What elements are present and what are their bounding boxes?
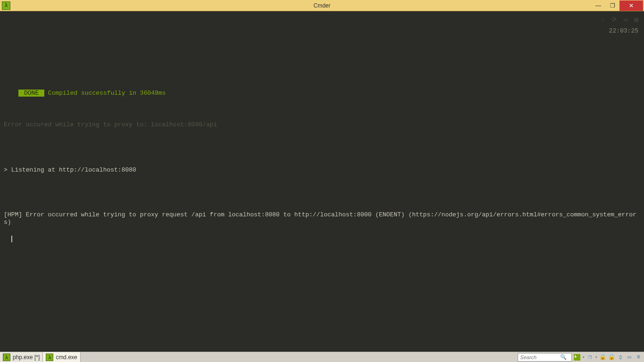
maximize-button[interactable]: ❐ — [605, 0, 619, 11]
add-dropdown[interactable]: ▾ — [582, 355, 585, 359]
titlebar: λ Cmder — ❐ ✕ — [0, 0, 644, 11]
window-title: Cmder — [314, 2, 330, 9]
layers-icon: ▤ — [635, 16, 638, 25]
footer-right: 🔍 + ▾ ❐ ▾ 🔒 🔒 ▯ ▭ ≡ — [518, 352, 644, 362]
terminal-line: [HPM] Error occurred while trying to pro… — [4, 211, 640, 227]
lambda-icon: λ — [3, 354, 10, 361]
terminal-output[interactable]: ☆ ⟳ ▭ ▤ 22:03:25 DONE Compiled successfu… — [0, 11, 644, 352]
lambda-icon: λ — [4, 2, 8, 9]
star-icon: ☆ — [601, 16, 605, 25]
menu-icon[interactable]: ≡ — [635, 354, 642, 361]
layout-icon-1[interactable]: ▯ — [617, 354, 624, 361]
search-input[interactable] — [520, 354, 560, 360]
terminal-line: > Listening at http://localhost:8080 — [4, 166, 640, 174]
ghost-toolbar: ☆ ⟳ ▭ ▤ — [601, 16, 638, 25]
compile-timestamp: 22:03:25 — [609, 27, 638, 35]
tab-cmd[interactable]: λ cmd.exe — [43, 352, 80, 362]
lock-icon-2[interactable]: 🔒 — [608, 354, 615, 361]
tab-label: php.exe [*] — [13, 354, 40, 361]
add-tab-button[interactable]: + — [573, 354, 581, 361]
app-icon: λ — [2, 1, 10, 10]
windows-icon[interactable]: ❐ — [586, 354, 594, 361]
layout-icon-2[interactable]: ▭ — [626, 354, 633, 361]
windows-dropdown[interactable]: ▾ — [595, 355, 597, 359]
square-icon: ▭ — [624, 16, 627, 25]
close-button[interactable]: ✕ — [619, 0, 643, 11]
search-box[interactable]: 🔍 — [518, 353, 572, 362]
done-badge: DONE — [18, 90, 44, 97]
tab-label: cmd.exe — [56, 354, 77, 361]
compile-status: Compiled successfully in 36049ms — [44, 90, 165, 97]
refresh-icon: ⟳ — [611, 16, 617, 25]
footer-bar: λ php.exe [*] λ cmd.exe 🔍 + ▾ ❐ ▾ 🔒 🔒 ▯ … — [0, 352, 644, 362]
cursor — [11, 236, 12, 242]
search-icon[interactable]: 🔍 — [560, 354, 567, 360]
lambda-icon: λ — [46, 354, 53, 361]
terminal-line: DONE Compiled successfully in 36049ms — [4, 82, 640, 105]
terminal-line: Error occured while trying to proxy to: … — [4, 121, 640, 129]
minimize-button[interactable]: — — [591, 0, 605, 11]
lock-icon[interactable]: 🔒 — [599, 354, 606, 361]
window-controls: — ❐ ✕ — [591, 0, 643, 11]
tab-php[interactable]: λ php.exe [*] — [0, 352, 43, 362]
